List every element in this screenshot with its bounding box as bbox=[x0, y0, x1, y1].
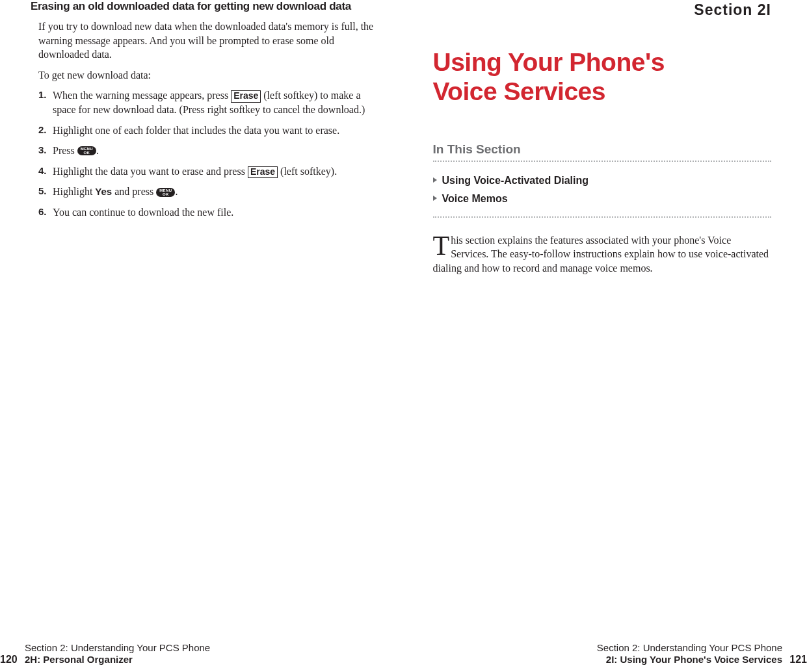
page-number: 120 bbox=[0, 653, 18, 666]
footer-right: 121 Section 2: Understanding Your PCS Ph… bbox=[597, 642, 807, 666]
page-number: 121 bbox=[789, 653, 807, 666]
step-5: 5. Highlight Yes and press MENUOK. bbox=[38, 185, 375, 199]
step-text: You can continue to download the new fil… bbox=[53, 207, 233, 218]
step-6: 6. You can continue to download the new … bbox=[38, 205, 375, 220]
footer-line1: Section 2: Understanding Your PCS Phone bbox=[25, 642, 210, 654]
left-lead: To get new download data: bbox=[38, 68, 375, 83]
erase-softkey: Erase bbox=[231, 90, 261, 102]
divider bbox=[433, 161, 772, 162]
step-2: 2. Highlight one of each folder that inc… bbox=[38, 123, 375, 138]
step-text: Press bbox=[53, 145, 77, 156]
step-num: 5. bbox=[38, 185, 47, 198]
toc-list: Using Voice-Activated Dialing Voice Memo… bbox=[433, 168, 772, 211]
step-text: Highlight the data you want to erase and… bbox=[53, 166, 248, 177]
footer-line1: Section 2: Understanding Your PCS Phone bbox=[597, 642, 782, 654]
footer-line2: 2I: Using Your Phone's Voice Services bbox=[597, 654, 782, 666]
intro-paragraph: This section explains the features assoc… bbox=[433, 233, 772, 276]
step-1: 1. When the warning message appears, pre… bbox=[38, 88, 375, 116]
step-text: When the warning message appears, press bbox=[53, 90, 231, 101]
menu-ok-icon: MENUOK bbox=[156, 188, 175, 197]
step-text: Highlight bbox=[53, 186, 95, 197]
intro-text: his section explains the features associ… bbox=[433, 235, 769, 274]
step-text: . bbox=[96, 145, 99, 156]
dropcap: T bbox=[433, 233, 451, 258]
step-3: 3. Press MENUOK. bbox=[38, 144, 375, 158]
footer-line2: 2H: Personal Organizer bbox=[25, 654, 210, 666]
step-text: (left softkey). bbox=[278, 166, 337, 177]
step-num: 1. bbox=[38, 88, 47, 101]
in-this-section-heading: In This Section bbox=[433, 142, 772, 157]
step-num: 3. bbox=[38, 144, 47, 157]
step-num: 4. bbox=[38, 164, 47, 177]
divider bbox=[433, 216, 772, 218]
step-num: 2. bbox=[38, 123, 47, 136]
step-text: Highlight one of each folder that includ… bbox=[53, 125, 339, 136]
erase-softkey: Erase bbox=[248, 166, 278, 178]
section-title: Using Your Phone's Voice Services bbox=[433, 48, 772, 107]
page-right: Section 2I Using Your Phone's Voice Serv… bbox=[407, 0, 808, 672]
toc-item: Using Voice-Activated Dialing bbox=[433, 175, 772, 187]
menu-ok-icon: MENUOK bbox=[77, 146, 96, 155]
page-left: Erasing an old downloaded data for getti… bbox=[0, 0, 407, 672]
step-text: and press bbox=[112, 186, 156, 197]
title-line2: Voice Services bbox=[433, 77, 605, 105]
yes-label: Yes bbox=[95, 186, 112, 197]
title-line1: Using Your Phone's bbox=[433, 48, 665, 76]
step-4: 4. Highlight the data you want to erase … bbox=[38, 164, 375, 179]
step-text: . bbox=[175, 186, 178, 197]
step-num: 6. bbox=[38, 205, 47, 218]
left-intro-para: If you try to download new data when the… bbox=[38, 19, 375, 62]
steps-list: 1. When the warning message appears, pre… bbox=[38, 88, 375, 226]
left-heading: Erasing an old downloaded data for getti… bbox=[31, 0, 375, 13]
footer-left: 120 Section 2: Understanding Your PCS Ph… bbox=[0, 642, 210, 666]
section-label: Section 2I bbox=[433, 1, 772, 19]
toc-item: Voice Memos bbox=[433, 193, 772, 205]
